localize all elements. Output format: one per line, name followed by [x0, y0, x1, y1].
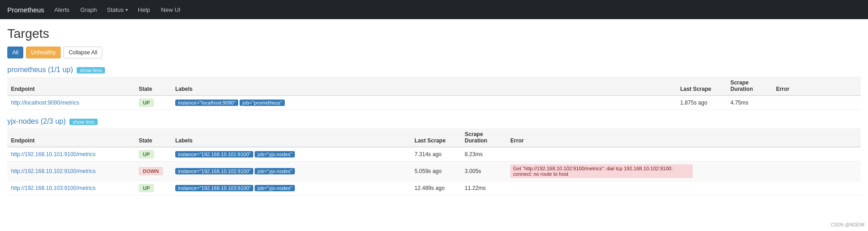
- state-cell: UP: [135, 95, 172, 110]
- error-cell: [507, 147, 861, 162]
- section-header-yjx-nodes: yjx-nodes (2/3 up)show less: [7, 117, 861, 126]
- last-scrape-cell: 7.314s ago: [411, 147, 461, 162]
- scrape-duration-cell: 4.75ms: [727, 95, 772, 110]
- show-less-button-prometheus[interactable]: show less: [77, 67, 105, 74]
- targets-table-prometheus: EndpointStateLabelsLast ScrapeScrapeDura…: [7, 77, 861, 110]
- sections-container: prometheus (1/1 up)show lessEndpointStat…: [7, 66, 861, 195]
- col-header-state: State: [135, 77, 172, 95]
- chevron-down-icon: ▾: [125, 7, 128, 12]
- section-prometheus: prometheus (1/1 up)show lessEndpointStat…: [7, 66, 861, 110]
- endpoint-cell: http://localhost:9090/metrics: [7, 95, 135, 110]
- section-yjx-nodes: yjx-nodes (2/3 up)show lessEndpointState…: [7, 117, 861, 195]
- error-cell: [772, 95, 861, 110]
- col-header-labels: Labels: [172, 77, 676, 95]
- endpoint-cell: http://192.168.10.102:9100/metrics: [7, 162, 135, 181]
- help-link[interactable]: Help: [137, 5, 151, 15]
- endpoint-link[interactable]: http://localhost:9090/metrics: [11, 100, 79, 106]
- show-less-button-yjx-nodes[interactable]: show less: [69, 119, 98, 125]
- table-row: http://192.168.10.103:9100/metricsUPinst…: [7, 181, 861, 195]
- main-content: Targets All Unhealthy Collapse All prome…: [0, 19, 868, 210]
- label-badge: job="prometheus": [240, 100, 285, 106]
- state-cell: UP: [135, 181, 172, 195]
- state-badge: UP: [139, 99, 154, 107]
- collapse-all-button[interactable]: Collapse All: [63, 47, 102, 58]
- state-cell: DOWN: [135, 162, 172, 181]
- state-cell: UP: [135, 147, 172, 162]
- status-dropdown[interactable]: Status ▾: [107, 6, 128, 13]
- last-scrape-cell: 5.059s ago: [411, 162, 461, 181]
- labels-cell: instance="192.168.10.101:9100"job="yjx-n…: [172, 147, 411, 162]
- col-header-labels: Labels: [172, 128, 411, 147]
- endpoint-link[interactable]: http://192.168.10.102:9100/metrics: [11, 168, 95, 174]
- endpoint-link[interactable]: http://192.168.10.101:9100/metrics: [11, 151, 95, 158]
- scrape-duration-cell: 3.005s: [461, 162, 507, 181]
- col-header-state: State: [135, 128, 172, 147]
- all-filter-button[interactable]: All: [7, 47, 23, 58]
- section-title-prometheus[interactable]: prometheus (1/1 up): [7, 66, 73, 74]
- last-scrape-cell: 1.875s ago: [676, 95, 727, 110]
- label-badge: instance="192.168.10.102:9100": [175, 168, 253, 174]
- scrape-duration-cell: 11.22ms: [461, 181, 507, 195]
- label-badge: instance="localhost:9090": [175, 100, 238, 106]
- table-row: http://localhost:9090/metricsUPinstance=…: [7, 95, 861, 110]
- error-cell: Get "http://192.168.10.102:9100/metrics"…: [507, 162, 861, 181]
- col-header-last-scrape: Last Scrape: [676, 77, 727, 95]
- navbar-brand[interactable]: Prometheus: [7, 6, 44, 14]
- state-badge: UP: [139, 184, 154, 192]
- label-badge: instance="192.168.10.101:9100": [175, 151, 253, 158]
- col-header-endpoint: Endpoint: [7, 77, 135, 95]
- labels-cell: instance="192.168.10.103:9100"job="yjx-n…: [172, 181, 411, 195]
- table-row: http://192.168.10.102:9100/metricsDOWNin…: [7, 162, 861, 181]
- status-label: Status: [107, 6, 124, 13]
- section-header-prometheus: prometheus (1/1 up)show less: [7, 66, 861, 74]
- label-badge: instance="192.168.10.103:9100": [175, 185, 253, 191]
- label-badge: job="yjx-nodes": [255, 185, 295, 191]
- col-header-scrape-duration: ScrapeDuration: [727, 77, 772, 95]
- endpoint-cell: http://192.168.10.101:9100/metrics: [7, 147, 135, 162]
- filter-bar: All Unhealthy Collapse All: [7, 47, 861, 58]
- section-title-yjx-nodes[interactable]: yjx-nodes (2/3 up): [7, 117, 66, 126]
- navbar: Prometheus Alerts Graph Status ▾ Help Ne…: [0, 0, 868, 19]
- error-cell: [507, 181, 861, 195]
- labels-cell: instance="192.168.10.102:9100"job="yjx-n…: [172, 162, 411, 181]
- col-header-last-scrape: Last Scrape: [411, 128, 461, 147]
- state-badge: DOWN: [139, 167, 163, 175]
- endpoint-cell: http://192.168.10.103:9100/metrics: [7, 181, 135, 195]
- alerts-link[interactable]: Alerts: [53, 5, 70, 15]
- new-ui-link[interactable]: New UI: [160, 5, 182, 15]
- table-row: http://192.168.10.101:9100/metricsUPinst…: [7, 147, 861, 162]
- endpoint-link[interactable]: http://192.168.10.103:9100/metrics: [11, 185, 95, 191]
- col-header-error: Error: [772, 77, 861, 95]
- col-header-scrape-duration: ScrapeDuration: [461, 128, 507, 147]
- graph-link[interactable]: Graph: [79, 5, 98, 15]
- last-scrape-cell: 12.489s ago: [411, 181, 461, 195]
- targets-table-yjx-nodes: EndpointStateLabelsLast ScrapeScrapeDura…: [7, 128, 861, 195]
- label-badge: job="yjx-nodes": [255, 168, 295, 174]
- col-header-error: Error: [507, 128, 861, 147]
- page-title: Targets: [7, 26, 861, 41]
- labels-cell: instance="localhost:9090"job="prometheus…: [172, 95, 676, 110]
- state-badge: UP: [139, 150, 154, 158]
- scrape-duration-cell: 8.23ms: [461, 147, 507, 162]
- error-message: Get "http://192.168.10.102:9100/metrics"…: [510, 164, 693, 178]
- unhealthy-filter-button[interactable]: Unhealthy: [26, 47, 61, 58]
- col-header-endpoint: Endpoint: [7, 128, 135, 147]
- label-badge: job="yjx-nodes": [255, 151, 295, 158]
